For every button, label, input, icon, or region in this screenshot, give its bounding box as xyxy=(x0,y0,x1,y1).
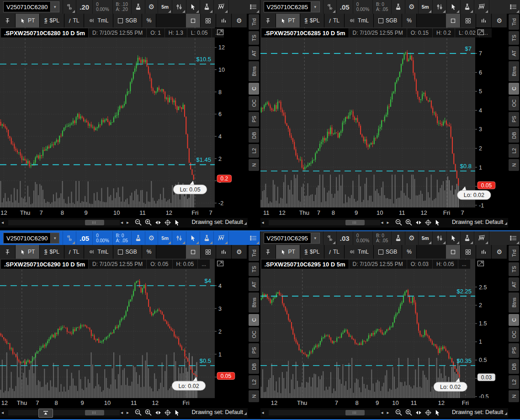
symbol-dropdown-button[interactable]: ▾ xyxy=(311,2,319,12)
cursor-mode-button[interactable] xyxy=(174,409,180,416)
crosshair-button[interactable] xyxy=(424,219,432,226)
pointer-tool-button[interactable]: PT xyxy=(16,14,40,27)
panel-settings-button[interactable]: ⚙ xyxy=(232,245,247,259)
side-tab-c[interactable]: C xyxy=(509,83,519,95)
price-chart[interactable]: $10.5$1.45121086420-20.2Lo: 0.05 xyxy=(0,27,248,207)
side-tab-l2[interactable]: L2 xyxy=(249,144,259,158)
pin-toolbar-button[interactable] xyxy=(260,245,276,259)
cursor-tool-button[interactable] xyxy=(186,0,200,14)
crosshair-button[interactable] xyxy=(424,409,432,416)
chart-settings-button[interactable]: ⚙ xyxy=(405,231,418,245)
scroll-step-buttons[interactable]: ◂▸ xyxy=(121,220,133,225)
analysis-tools-button[interactable] xyxy=(461,231,474,245)
time-scrollbar-track[interactable] xyxy=(8,410,120,415)
pin-toolbar-button[interactable] xyxy=(0,245,16,259)
compare-button[interactable] xyxy=(172,231,186,245)
panel-settings-button[interactable]: ⚙ xyxy=(232,14,247,27)
time-scrollbar-thumb[interactable] xyxy=(345,220,365,225)
grid-layout-button[interactable] xyxy=(461,14,476,27)
symbol-input[interactable]: V250710C6285 ▾ xyxy=(264,1,320,12)
time-scrollbar-track[interactable] xyxy=(8,220,120,225)
studies-button[interactable] xyxy=(392,231,405,245)
drawing-set-selector[interactable]: Drawing set: Default xyxy=(191,409,243,415)
pin-toolbar-button[interactable] xyxy=(0,14,16,27)
percent-tool-button[interactable]: % xyxy=(142,245,157,259)
maximize-chart-button[interactable] xyxy=(217,260,224,267)
side-tab-at[interactable]: AT xyxy=(509,277,519,291)
time-scrollbar-thumb[interactable] xyxy=(85,410,104,415)
drawings-button[interactable] xyxy=(474,0,489,14)
candle-style-button[interactable] xyxy=(324,231,337,245)
scroll-left-icon[interactable]: ◂ xyxy=(1,220,4,225)
symbol-text[interactable]: V250710C6280 xyxy=(4,4,50,11)
sgb-tool-button[interactable]: SGB xyxy=(113,14,142,27)
fit-width-button[interactable] xyxy=(415,409,422,416)
side-tab-ts[interactable]: TS xyxy=(509,31,519,45)
compare-button[interactable] xyxy=(172,0,186,14)
sgb-tool-button[interactable]: SGB xyxy=(374,14,402,27)
analysis-tools-button[interactable] xyxy=(200,0,214,14)
candle-style-button[interactable] xyxy=(324,0,337,14)
zoom-in-button[interactable] xyxy=(144,218,152,226)
side-tab-db[interactable]: DB xyxy=(249,128,259,143)
percent-tool-button[interactable]: % xyxy=(402,245,417,259)
cursor-tool-button[interactable] xyxy=(186,231,200,245)
side-tab-ps[interactable]: PS xyxy=(249,343,259,358)
pointer-tool-button[interactable]: PT xyxy=(276,14,300,27)
timeline-tool-button[interactable]: TmL xyxy=(84,14,113,27)
side-tab-btns[interactable]: Btns xyxy=(509,61,519,81)
sgb-tool-button[interactable]: SGB xyxy=(113,245,142,259)
time-scrollbar-thumb[interactable] xyxy=(345,410,365,415)
chart-menu-button[interactable] xyxy=(247,0,260,14)
compare-button[interactable] xyxy=(433,0,447,14)
timeframe-button[interactable]: 5m xyxy=(158,231,172,245)
side-tab-n[interactable]: N xyxy=(509,390,519,402)
side-tab-at[interactable]: AT xyxy=(249,46,259,60)
scroll-left-icon[interactable]: ◂ xyxy=(262,220,264,225)
align-panels-button[interactable] xyxy=(476,14,492,27)
side-tab-db[interactable]: DB xyxy=(249,359,259,374)
side-tab-n[interactable]: N xyxy=(249,159,259,171)
side-tab-l2[interactable]: L2 xyxy=(249,375,259,389)
scroll-step-buttons[interactable]: ◂▸ xyxy=(121,410,133,415)
scroll-step-buttons[interactable]: ◂▸ xyxy=(381,410,393,415)
chart-area[interactable]: $4$0.5432100.05Lo: 0.02 .SPXW250710C6290… xyxy=(0,259,248,398)
cursor-mode-button[interactable] xyxy=(174,219,180,226)
fit-width-button[interactable] xyxy=(154,219,162,226)
symbol-input[interactable]: V250710C6295 ▾ xyxy=(264,233,320,244)
symbol-text[interactable]: V250710C6290 xyxy=(4,235,50,242)
drawing-set-selector[interactable]: Drawing set: Default xyxy=(191,219,243,225)
zoom-in-button[interactable] xyxy=(144,409,152,416)
drawing-set-selector[interactable]: Drawing set: Default xyxy=(452,409,504,415)
side-tab-trd[interactable]: Trd xyxy=(249,14,259,30)
maximize-chart-button[interactable] xyxy=(477,29,484,36)
chart-settings-button[interactable]: ⚙ xyxy=(145,231,158,245)
price-chart[interactable]: $4$0.5432100.05Lo: 0.02 xyxy=(0,259,248,398)
panel-settings-button[interactable]: ⚙ xyxy=(492,245,507,259)
pl-tool-button[interactable]: $ $PL xyxy=(40,14,64,27)
studies-button[interactable] xyxy=(132,0,145,14)
scroll-to-latest-button[interactable] xyxy=(38,409,53,418)
price-chart[interactable]: $2.25$0.352.521.510.50-0.50.03Lo: 0.02 xyxy=(260,259,508,398)
symbol-input[interactable]: V250710C6280 ▾ xyxy=(3,1,59,12)
side-tab-ps[interactable]: PS xyxy=(249,112,259,127)
symbol-dropdown-button[interactable]: ▾ xyxy=(50,233,59,243)
maximize-chart-button[interactable] xyxy=(477,260,484,267)
symbol-input[interactable]: V250710C6290 ▾ xyxy=(3,233,59,244)
side-tab-btns[interactable]: Btns xyxy=(249,292,259,313)
studies-button[interactable] xyxy=(392,0,405,14)
panel-settings-button[interactable]: ⚙ xyxy=(492,14,507,27)
cursor-mode-button[interactable] xyxy=(434,219,441,226)
scroll-left-icon[interactable]: ◂ xyxy=(1,410,4,415)
side-tab-btns[interactable]: Btns xyxy=(249,61,259,81)
price-chart[interactable]: $7$0.876543210-10.05Lo: 0.02 xyxy=(260,27,508,207)
timeline-tool-button[interactable]: TmL xyxy=(345,14,374,27)
side-tab-ts[interactable]: TS xyxy=(509,262,519,276)
side-tab-ts[interactable]: TS xyxy=(249,31,259,45)
side-tab-trd[interactable]: Trd xyxy=(509,14,519,30)
studies-button[interactable] xyxy=(132,231,145,245)
scroll-left-icon[interactable]: ◂ xyxy=(262,410,264,415)
trendline-tool-button[interactable]: / TL xyxy=(324,14,345,27)
timeframe-button[interactable]: 5m xyxy=(419,231,433,245)
side-tab-db[interactable]: DB xyxy=(509,359,519,374)
